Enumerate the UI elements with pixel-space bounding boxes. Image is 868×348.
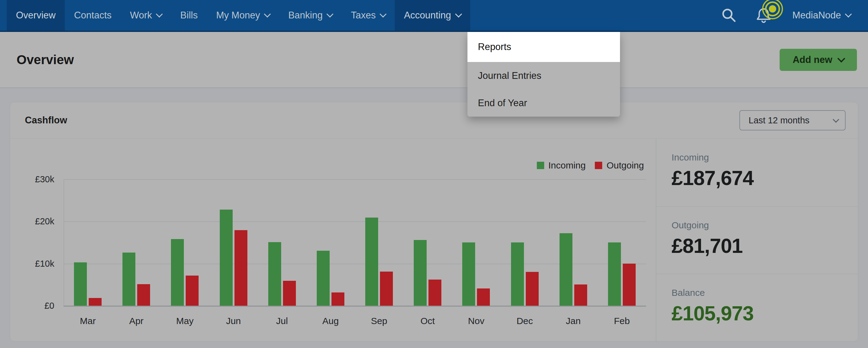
search-icon[interactable] xyxy=(721,7,737,23)
menu-item-end-of-year[interactable]: End of Year xyxy=(467,89,620,117)
y-tick-label: £30k xyxy=(19,173,54,185)
add-new-label: Add new xyxy=(793,54,832,65)
top-nav-bar: OverviewContactsWorkBillsMy MoneyBanking… xyxy=(0,0,868,32)
bar-group-dec xyxy=(501,179,549,306)
x-tick-label: Jul xyxy=(258,314,306,328)
bar-group-jul xyxy=(258,179,306,306)
incoming-bar xyxy=(220,210,232,306)
chevron-down-icon xyxy=(156,11,163,18)
outgoing-bar xyxy=(574,284,587,306)
x-tick-label: Aug xyxy=(306,314,355,328)
nav-item-label: Taxes xyxy=(351,10,376,21)
incoming-bar xyxy=(462,243,475,306)
summary-incoming: Incoming£187,674 xyxy=(656,139,858,206)
chevron-down-icon xyxy=(455,11,462,18)
summary-label: Outgoing xyxy=(672,219,858,231)
y-tick-label: £20k xyxy=(19,215,54,227)
legend-label: Incoming xyxy=(549,160,586,170)
summary-balance: Balance£105,973 xyxy=(656,274,858,342)
incoming-bar xyxy=(511,243,524,306)
notifications-bell-icon[interactable] xyxy=(755,6,773,24)
menu-item-journal-entries[interactable]: Journal Entries xyxy=(467,62,620,89)
summary-panel: Incoming£187,674Outgoing£81,701Balance£1… xyxy=(656,139,858,342)
cashflow-card-header: Cashflow Last 12 months xyxy=(10,102,858,139)
bar-group-mar xyxy=(64,179,112,306)
nav-item-banking[interactable]: Banking xyxy=(279,0,342,31)
cashflow-card-body: IncomingOutgoing £30k£20k£10k£0 MarAprMa… xyxy=(10,139,858,342)
page-title: Overview xyxy=(17,53,74,67)
account-menu-button[interactable]: MediaNode xyxy=(792,10,851,21)
nav-items: OverviewContactsWorkBillsMy MoneyBanking… xyxy=(7,0,470,31)
nav-right: MediaNode xyxy=(721,0,868,31)
bar-group-may xyxy=(160,179,209,306)
nav-item-label: My Money xyxy=(216,10,260,21)
cashflow-bar-chart: IncomingOutgoing £30k£20k£10k£0 MarAprMa… xyxy=(10,139,656,342)
outgoing-bar xyxy=(526,272,539,306)
incoming-bar xyxy=(74,262,87,306)
summary-outgoing: Outgoing£81,701 xyxy=(656,206,858,274)
summary-value: £187,674 xyxy=(672,166,858,190)
bar-group-jun xyxy=(209,179,258,306)
chart-legend: IncomingOutgoing xyxy=(537,160,644,170)
menu-item-reports[interactable]: Reports xyxy=(467,32,620,62)
legend-swatch xyxy=(537,162,544,169)
x-tick-label: Apr xyxy=(112,314,160,328)
nav-item-bills[interactable]: Bills xyxy=(171,0,207,31)
x-tick-label: Oct xyxy=(403,314,452,328)
bar-group-oct xyxy=(403,179,452,306)
nav-item-overview[interactable]: Overview xyxy=(7,0,65,31)
nav-item-accounting[interactable]: Accounting xyxy=(395,0,470,31)
account-name: MediaNode xyxy=(792,10,841,21)
incoming-bar xyxy=(268,242,281,306)
add-new-button[interactable]: Add new xyxy=(780,49,857,71)
legend-swatch xyxy=(595,162,602,169)
x-tick-label: Mar xyxy=(64,314,112,328)
y-tick-label: £0 xyxy=(19,300,54,312)
date-range-value: Last 12 months xyxy=(749,116,809,126)
bar-group-nov xyxy=(452,179,500,306)
cashflow-card: Cashflow Last 12 months IncomingOutgoing… xyxy=(10,102,858,342)
card-title: Cashflow xyxy=(25,115,67,126)
nav-item-my-money[interactable]: My Money xyxy=(207,0,279,31)
incoming-bar xyxy=(414,240,427,306)
chevron-down-icon xyxy=(837,55,845,62)
nav-item-label: Bills xyxy=(180,10,198,21)
x-tick-label: May xyxy=(160,314,209,328)
chevron-down-icon xyxy=(833,116,839,122)
x-axis-labels: MarAprMayJunJulAugSepOctNovDecJanFeb xyxy=(64,314,646,328)
nav-item-taxes[interactable]: Taxes xyxy=(342,0,395,31)
x-tick-label: Nov xyxy=(452,314,500,328)
chevron-down-icon xyxy=(380,11,387,18)
nav-item-label: Work xyxy=(130,10,152,21)
chevron-down-icon xyxy=(327,11,334,18)
summary-value: £105,973 xyxy=(672,301,858,326)
incoming-bar xyxy=(317,251,330,306)
incoming-bar xyxy=(560,233,572,306)
x-tick-label: Dec xyxy=(501,314,549,328)
nav-item-label: Contacts xyxy=(74,10,112,21)
y-tick-label: £10k xyxy=(19,258,54,270)
page-header: Overview Add new xyxy=(0,32,868,88)
chevron-down-icon xyxy=(845,11,852,18)
nav-item-label: Accounting xyxy=(404,10,451,21)
outgoing-bar xyxy=(137,284,150,306)
x-tick-label: Feb xyxy=(598,314,646,328)
nav-item-work[interactable]: Work xyxy=(121,0,171,31)
x-tick-label: Sep xyxy=(355,314,403,328)
incoming-bar xyxy=(122,253,135,306)
outgoing-bar xyxy=(235,230,247,306)
bar-groups xyxy=(64,179,646,306)
legend-outgoing: Outgoing xyxy=(595,160,644,170)
bar-group-jan xyxy=(549,179,598,306)
legend-incoming: Incoming xyxy=(537,160,586,170)
chevron-down-icon xyxy=(264,11,271,18)
x-tick-label: Jan xyxy=(549,314,598,328)
date-range-select[interactable]: Last 12 months xyxy=(739,110,846,130)
accounting-dropdown-menu: ReportsJournal EntriesEnd of Year xyxy=(467,32,620,117)
nav-item-contacts[interactable]: Contacts xyxy=(65,0,121,31)
nav-item-label: Banking xyxy=(288,10,322,21)
incoming-bar xyxy=(171,239,184,306)
outgoing-bar xyxy=(89,298,102,306)
legend-label: Outgoing xyxy=(607,160,644,170)
bar-group-apr xyxy=(112,179,160,306)
